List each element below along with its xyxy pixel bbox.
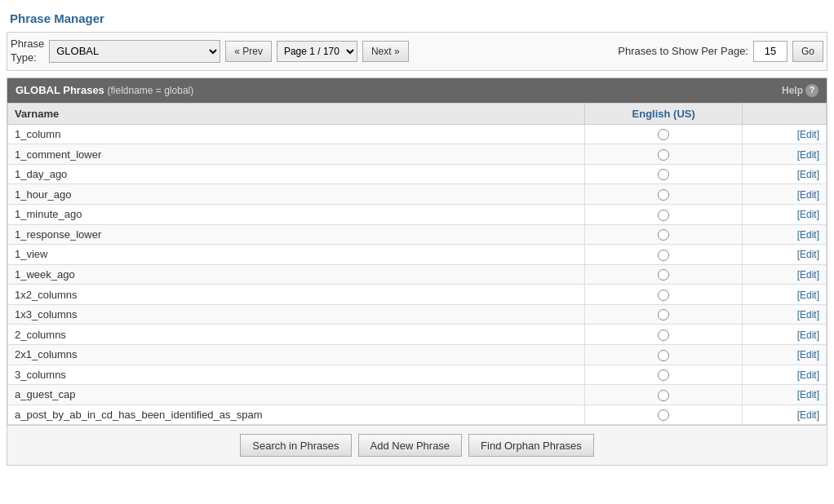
edit-link[interactable]: [Edit] [797, 229, 819, 241]
edit-cell: [Edit] [743, 264, 827, 285]
table-row: 1_response_lower[Edit] [8, 224, 827, 245]
table-row: 1x3_columns[Edit] [8, 304, 827, 325]
varname-cell: 1_column [8, 124, 585, 144]
search-in-phrases-button[interactable]: Search in Phrases [240, 434, 351, 457]
radio-circle-icon [658, 409, 669, 421]
radio-circle-icon [658, 210, 669, 221]
find-orphan-phrases-button[interactable]: Find Orphan Phrases [468, 434, 594, 457]
radio-cell[interactable] [585, 245, 743, 265]
radio-cell[interactable] [585, 205, 743, 225]
varname-cell: 1_view [8, 245, 585, 265]
table-row: 1_week_ago[Edit] [8, 264, 827, 285]
edit-cell: [Edit] [743, 325, 827, 345]
radio-cell[interactable] [585, 325, 743, 345]
edit-link[interactable]: [Edit] [797, 149, 819, 161]
edit-cell: [Edit] [743, 245, 827, 265]
varname-cell: 1x3_columns [8, 304, 585, 325]
table-row: 1_view[Edit] [8, 245, 827, 265]
radio-circle-icon [658, 189, 669, 201]
varname-cell: a_post_by_ab_in_cd_has_been_identified_a… [8, 405, 585, 425]
radio-cell[interactable] [585, 124, 743, 144]
go-button[interactable]: Go [792, 41, 823, 62]
col-varname: Varname [8, 103, 585, 124]
radio-circle-icon [658, 250, 669, 261]
edit-link[interactable]: [Edit] [797, 369, 819, 381]
edit-cell: [Edit] [743, 304, 827, 325]
varname-cell: 1x2_columns [8, 285, 585, 305]
prev-button[interactable]: « Prev [225, 41, 272, 62]
radio-cell[interactable] [585, 365, 743, 385]
help-icon: ? [805, 84, 818, 97]
edit-cell: [Edit] [743, 124, 827, 144]
edit-cell: [Edit] [743, 385, 827, 405]
radio-cell[interactable] [585, 285, 743, 305]
edit-cell: [Edit] [743, 164, 827, 184]
phrase-type-select[interactable]: GLOBAL admincp cron frontpage global inf… [49, 40, 220, 63]
radio-cell[interactable] [585, 264, 743, 285]
radio-circle-icon [658, 129, 669, 140]
edit-link[interactable]: [Edit] [797, 309, 819, 321]
radio-cell[interactable] [585, 405, 743, 425]
table-row: a_post_by_ab_in_cd_has_been_identified_a… [8, 405, 827, 425]
add-new-phrase-button[interactable]: Add New Phrase [358, 434, 463, 457]
varname-cell: 1_minute_ago [8, 205, 585, 225]
radio-circle-icon [658, 169, 669, 180]
edit-cell: [Edit] [743, 285, 827, 305]
edit-cell: [Edit] [743, 184, 827, 205]
table-row: 1_day_ago[Edit] [8, 164, 827, 184]
phrase-type-label-line2: Type: [11, 51, 44, 65]
edit-cell: [Edit] [743, 205, 827, 225]
edit-link[interactable]: [Edit] [797, 249, 819, 260]
radio-circle-icon [658, 229, 669, 241]
radio-cell[interactable] [585, 385, 743, 405]
radio-circle-icon [658, 329, 669, 341]
varname-cell: a_guest_cap [8, 385, 585, 405]
page-select[interactable]: Page 1 / 170 [277, 41, 357, 62]
toolbar: Phrase Type: GLOBAL admincp cron frontpa… [7, 32, 827, 71]
help-link[interactable]: Help ? [782, 84, 818, 97]
edit-link[interactable]: [Edit] [797, 209, 819, 220]
radio-circle-icon [658, 369, 669, 381]
table-row: 1_hour_ago[Edit] [8, 184, 827, 205]
col-english-us: English (US) [585, 103, 743, 124]
radio-cell[interactable] [585, 184, 743, 205]
table-row: 2_columns[Edit] [8, 325, 827, 345]
table-row: a_guest_cap[Edit] [8, 385, 827, 405]
col-action [743, 103, 827, 124]
page-title: Phrase Manager [7, 7, 827, 32]
per-page-input[interactable] [753, 41, 787, 62]
radio-circle-icon [658, 269, 669, 281]
varname-cell: 1_day_ago [8, 164, 585, 184]
edit-link[interactable]: [Edit] [797, 189, 819, 201]
edit-link[interactable]: [Edit] [797, 329, 819, 341]
radio-circle-icon [658, 290, 669, 301]
table-row: 1x2_columns[Edit] [8, 285, 827, 305]
next-button[interactable]: Next » [362, 41, 409, 62]
edit-link[interactable]: [Edit] [797, 290, 819, 301]
radio-circle-icon [658, 350, 669, 361]
edit-cell: [Edit] [743, 144, 827, 165]
table-section-title: GLOBAL Phrases (fieldname = global) [16, 84, 193, 96]
edit-cell: [Edit] [743, 405, 827, 425]
radio-circle-icon [658, 149, 669, 161]
radio-cell[interactable] [585, 144, 743, 165]
varname-cell: 1_week_ago [8, 264, 585, 285]
edit-link[interactable]: [Edit] [797, 389, 819, 400]
edit-link[interactable]: [Edit] [797, 409, 819, 421]
radio-cell[interactable] [585, 164, 743, 184]
edit-link[interactable]: [Edit] [797, 129, 819, 140]
radio-cell[interactable] [585, 304, 743, 325]
radio-cell[interactable] [585, 224, 743, 245]
phrases-table-wrapper: GLOBAL Phrases (fieldname = global) Help… [7, 77, 827, 426]
per-page-label: Phrases to Show Per Page: [618, 45, 748, 57]
help-label: Help [782, 85, 803, 96]
edit-link[interactable]: [Edit] [797, 349, 819, 360]
radio-cell[interactable] [585, 344, 743, 365]
edit-link[interactable]: [Edit] [797, 269, 819, 281]
varname-cell: 1_comment_lower [8, 144, 585, 165]
varname-cell: 2_columns [8, 325, 585, 345]
table-row: 3_columns[Edit] [8, 365, 827, 385]
english-us-sort-link[interactable]: English (US) [632, 108, 695, 120]
footer-buttons: Search in Phrases Add New Phrase Find Or… [7, 426, 827, 466]
edit-link[interactable]: [Edit] [797, 169, 819, 180]
